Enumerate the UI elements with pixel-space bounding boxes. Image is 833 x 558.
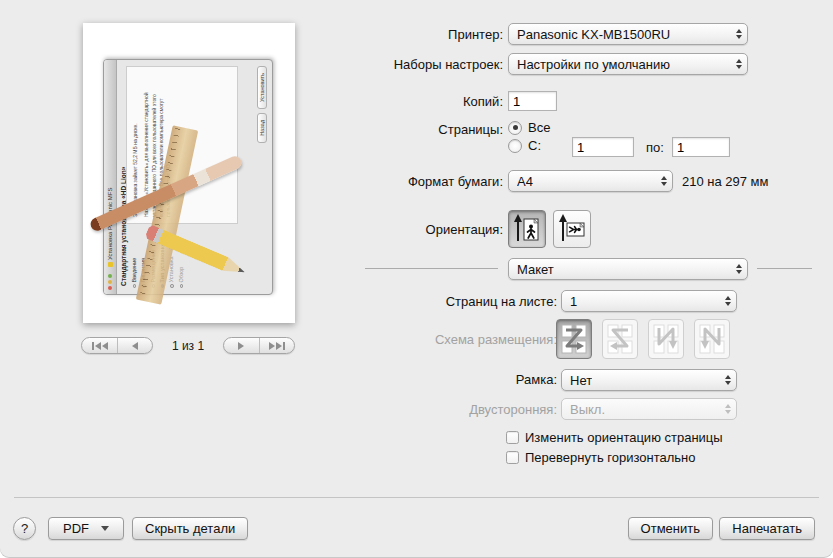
settings-panel-select[interactable]: Макет: [508, 258, 748, 280]
two-sided-value: Выкл.: [570, 402, 605, 417]
layout-direction-z-button[interactable]: [556, 319, 592, 359]
layout-i-icon: [653, 324, 679, 354]
paper-size-select[interactable]: A4: [508, 170, 673, 192]
orientation-portrait-button[interactable]: [508, 210, 546, 248]
presets-label: Наборы настроек:: [203, 57, 503, 72]
page-nav-back-group: [81, 337, 153, 354]
stepper-icon: [721, 404, 731, 414]
print-button[interactable]: Напечатать: [719, 517, 815, 540]
step-bullet-icon: [170, 285, 174, 289]
pages-all-radio[interactable]: [508, 121, 522, 135]
list-item: Обзор: [177, 226, 186, 288]
chevron-down-icon: [101, 526, 109, 531]
cancel-label: Отменить: [641, 521, 700, 536]
landscape-orientation-icon: [559, 214, 585, 244]
minimize-icon: [108, 280, 112, 284]
layout-direction-label: Схема размещения:: [257, 332, 557, 347]
stepper-icon: [732, 264, 742, 274]
two-sided-label: Двусторонняя:: [257, 402, 557, 417]
preview-doc-window-title: Установка Panasonic MFS: [107, 188, 113, 267]
list-item: Введение: [130, 226, 139, 288]
footer-divider: [14, 497, 819, 498]
divider: [365, 268, 498, 269]
layout-n-icon: [699, 324, 725, 354]
pages-to-label: по:: [646, 140, 664, 155]
page-from-input[interactable]: [572, 137, 634, 157]
pdf-menu-button[interactable]: PDF: [48, 517, 124, 540]
copies-label: Копий:: [203, 94, 503, 109]
step-bullet-icon: [180, 285, 184, 289]
border-label: Рамка:: [257, 372, 557, 387]
layout-direction-s-button[interactable]: [602, 319, 638, 359]
hide-details-label: Скрыть детали: [145, 521, 235, 536]
pdf-label: PDF: [63, 521, 89, 536]
pages-all-option: Все: [508, 120, 550, 135]
pages-label: Страницы:: [203, 122, 503, 137]
step-bullet-icon: [133, 285, 137, 289]
previous-page-button[interactable]: [117, 338, 152, 353]
border-select[interactable]: Нет: [561, 369, 737, 391]
pages-range-radio[interactable]: [508, 139, 522, 153]
print-dialog: Установка Panasonic MFS Стандартная уста…: [0, 0, 833, 558]
settings-panel-value: Макет: [517, 262, 554, 277]
printer-label: Принтер:: [203, 27, 503, 42]
pages-all-label: Все: [528, 120, 550, 135]
layout-direction-i-button[interactable]: [648, 319, 684, 359]
reverse-orientation-checkbox[interactable]: [506, 431, 519, 444]
stepper-icon: [721, 375, 731, 385]
flip-horizontally-option: Перевернуть горизонтально: [506, 450, 695, 465]
zoom-icon: [108, 274, 112, 278]
preview-doc-titlebar: Установка Panasonic MFS: [104, 60, 117, 294]
paper-size-value: A4: [517, 174, 533, 189]
help-button[interactable]: ?: [13, 517, 36, 540]
pages-per-sheet-label: Страниц на листе:: [257, 294, 557, 309]
copies-input[interactable]: [508, 91, 557, 111]
page-to-input[interactable]: [672, 137, 730, 157]
printer-select[interactable]: Panasonic KX-MB1500RU: [508, 23, 748, 45]
presets-select[interactable]: Настройки по умолчанию: [508, 53, 748, 75]
reverse-orientation-option: Изменить ориентацию страницы: [506, 430, 723, 445]
layout-z-icon: [561, 324, 587, 354]
close-icon: [108, 286, 112, 290]
pages-per-sheet-value: 1: [570, 294, 577, 309]
reverse-orientation-label: Изменить ориентацию страницы: [525, 430, 723, 445]
paper-dimensions: 210 на 297 мм: [682, 174, 769, 189]
stepper-icon: [657, 176, 667, 186]
pages-per-sheet-select[interactable]: 1: [561, 290, 737, 312]
orientation-landscape-button[interactable]: [553, 210, 591, 248]
hide-details-button[interactable]: Скрыть детали: [132, 517, 248, 540]
installer-icon: [108, 262, 113, 267]
orientation-label: Ориентация:: [203, 222, 503, 237]
paper-size-label: Формат бумаги:: [203, 174, 503, 189]
pages-range-option: С:: [508, 138, 541, 153]
portrait-orientation-icon: [514, 214, 540, 244]
flip-horizontally-checkbox[interactable]: [506, 451, 519, 464]
first-page-button[interactable]: [82, 338, 117, 353]
presets-value: Настройки по умолчанию: [517, 57, 670, 72]
layout-s-icon: [607, 324, 633, 354]
divider: [757, 268, 812, 269]
cancel-button[interactable]: Отменить: [628, 517, 713, 540]
print-label: Напечатать: [732, 521, 802, 536]
border-value: Нет: [570, 373, 592, 388]
stepper-icon: [732, 59, 742, 69]
printer-value: Panasonic KX-MB1500RU: [517, 27, 670, 42]
pages-from-label: С:: [528, 138, 541, 153]
two-sided-select: Выкл.: [561, 398, 737, 420]
help-label: ?: [21, 521, 28, 536]
page-counter: 1 из 1: [172, 339, 204, 353]
stepper-icon: [732, 29, 742, 39]
stepper-icon: [721, 296, 731, 306]
preview-doc-paragraph: Эта установка займет 52,2 МБ на диске.: [132, 73, 139, 217]
layout-direction-n-button[interactable]: [694, 319, 730, 359]
flip-horizontally-label: Перевернуть горизонтально: [525, 450, 695, 465]
next-page-button[interactable]: [224, 338, 259, 353]
